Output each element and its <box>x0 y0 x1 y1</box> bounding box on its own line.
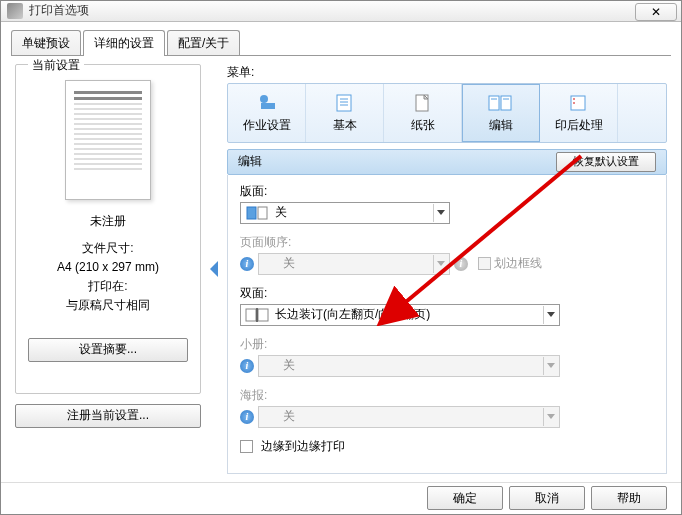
tab-config-about[interactable]: 配置/关于 <box>167 30 240 56</box>
window-title: 打印首选项 <box>29 2 89 19</box>
bottom-bar: 确定 取消 帮助 <box>1 482 681 514</box>
tab-quick-preset[interactable]: 单键预设 <box>11 30 81 56</box>
svg-rect-15 <box>258 207 267 219</box>
titlebar: 打印首选项 ✕ <box>1 1 681 22</box>
svg-point-1 <box>260 95 268 103</box>
dropdown-arrow-icon <box>543 306 557 324</box>
paper-icon <box>409 91 437 115</box>
booklet-select: 关 <box>258 355 560 377</box>
edit-icon <box>487 91 515 115</box>
svg-point-12 <box>573 98 575 100</box>
left-panel: 当前设置 未注册 文件尺寸: A4 (210 x 297 mm) 打印在: 与原… <box>15 64 201 474</box>
close-button[interactable]: ✕ <box>635 3 677 21</box>
info-icon: i <box>454 257 468 271</box>
duplex-select-icon <box>245 307 271 323</box>
preview-info: 未注册 文件尺寸: A4 (210 x 297 mm) 打印在: 与原稿尺寸相同 <box>57 212 159 316</box>
menu-edit[interactable]: 编辑 <box>462 84 540 142</box>
info-icon[interactable]: i <box>240 257 254 271</box>
page-order-label: 页面顺序: <box>240 234 654 251</box>
unregistered-label: 未注册 <box>57 212 159 231</box>
file-size-label: 文件尺寸: <box>57 239 159 258</box>
layout-row: 版面: 关 <box>240 183 654 224</box>
dropdown-arrow-icon <box>433 255 447 273</box>
svg-rect-2 <box>337 95 351 111</box>
section-header: 编辑 恢复默认设置 <box>227 149 667 175</box>
finishing-icon <box>565 91 593 115</box>
page-order-select: 关 <box>258 253 450 275</box>
border-checkbox-wrap: 划边框线 <box>478 255 542 272</box>
menu-paper[interactable]: 纸张 <box>384 84 462 142</box>
settings-box: 版面: 关 页面顺序: i 关 <box>227 175 667 474</box>
menu-basic[interactable]: 基本 <box>306 84 384 142</box>
printer-icon <box>7 3 23 19</box>
job-settings-icon <box>253 91 281 115</box>
poster-row: 海报: i 关 <box>240 387 654 428</box>
dropdown-arrow-icon <box>433 204 447 222</box>
layout-select[interactable]: 关 <box>240 202 450 224</box>
restore-defaults-button[interactable]: 恢复默认设置 <box>556 152 656 172</box>
collapse-arrow-col <box>209 64 219 474</box>
svg-rect-0 <box>261 103 275 109</box>
edge-print-row: 边缘到边缘打印 <box>240 438 654 455</box>
booklet-label: 小册: <box>240 336 654 353</box>
basic-icon <box>331 91 359 115</box>
edge-print-checkbox[interactable] <box>240 440 253 453</box>
layout-select-icon <box>245 205 271 221</box>
svg-rect-8 <box>501 96 511 110</box>
settings-summary-button[interactable]: 设置摘要... <box>28 338 188 362</box>
content-area: 当前设置 未注册 文件尺寸: A4 (210 x 297 mm) 打印在: 与原… <box>1 56 681 482</box>
edge-print-label: 边缘到边缘打印 <box>261 438 345 455</box>
file-size-value: A4 (210 x 297 mm) <box>57 258 159 277</box>
layout-label: 版面: <box>240 183 654 200</box>
current-settings-fieldset: 当前设置 未注册 文件尺寸: A4 (210 x 297 mm) 打印在: 与原… <box>15 64 201 394</box>
border-checkbox <box>478 257 491 270</box>
cancel-button[interactable]: 取消 <box>509 486 585 510</box>
close-icon: ✕ <box>651 5 661 19</box>
menu-label: 菜单: <box>227 64 667 81</box>
info-icon[interactable]: i <box>240 359 254 373</box>
dropdown-arrow-icon <box>543 357 557 375</box>
duplex-select[interactable]: 长边装订(向左翻页/向上翻页) <box>240 304 560 326</box>
print-at-value: 与原稿尺寸相同 <box>57 296 159 315</box>
svg-rect-14 <box>247 207 256 219</box>
menu-bar: 作业设置 基本 纸张 编辑 印后处理 <box>227 83 667 143</box>
help-button[interactable]: 帮助 <box>591 486 667 510</box>
dialog-window: 打印首选项 ✕ 单键预设 详细的设置 配置/关于 当前设置 未注册 文件尺寸: <box>0 0 682 515</box>
duplex-label: 双面: <box>240 285 654 302</box>
duplex-row: 双面: 长边装订(向左翻页/向上翻页) <box>240 285 654 326</box>
menu-finishing[interactable]: 印后处理 <box>540 84 618 142</box>
svg-rect-16 <box>246 309 256 321</box>
svg-point-13 <box>573 102 575 104</box>
section-title: 编辑 <box>238 153 262 170</box>
poster-label: 海报: <box>240 387 654 404</box>
current-settings-title: 当前设置 <box>28 57 84 74</box>
svg-rect-7 <box>489 96 499 110</box>
collapse-arrow-icon[interactable] <box>210 261 218 277</box>
ok-button[interactable]: 确定 <box>427 486 503 510</box>
page-order-row: 页面顺序: i 关 i 划边框线 <box>240 234 654 275</box>
poster-select: 关 <box>258 406 560 428</box>
register-current-button[interactable]: 注册当前设置... <box>15 404 201 428</box>
right-panel: 菜单: 作业设置 基本 纸张 编辑 <box>227 64 667 474</box>
booklet-row: 小册: i 关 <box>240 336 654 377</box>
tab-detailed-settings[interactable]: 详细的设置 <box>83 30 165 56</box>
print-at-label: 打印在: <box>57 277 159 296</box>
menu-job-settings[interactable]: 作业设置 <box>228 84 306 142</box>
svg-rect-17 <box>258 309 268 321</box>
info-icon[interactable]: i <box>240 410 254 424</box>
border-label: 划边框线 <box>494 255 542 272</box>
dropdown-arrow-icon <box>543 408 557 426</box>
page-preview <box>65 80 151 200</box>
tabs-row: 单键预设 详细的设置 配置/关于 <box>1 22 681 56</box>
